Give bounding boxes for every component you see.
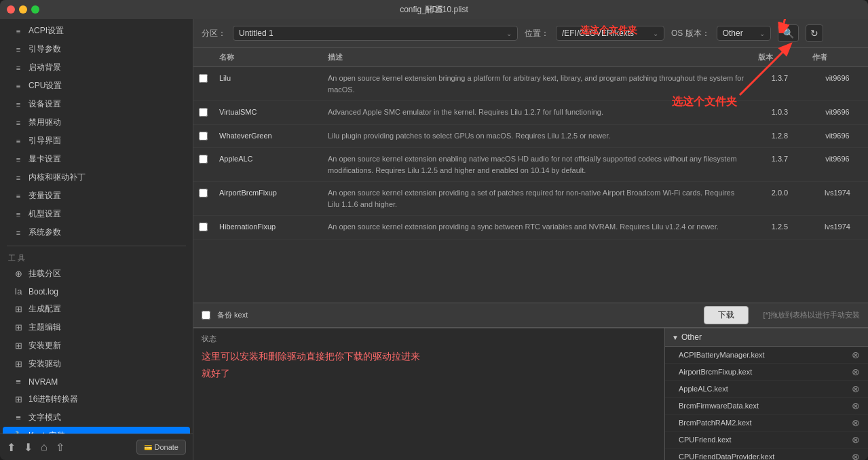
sidebar-item-text-mode[interactable]: ≡ 文字模式 bbox=[3, 408, 190, 427]
share-icon[interactable]: ⇧ bbox=[56, 441, 64, 454]
kext-remove-button[interactable]: ⊗ bbox=[852, 452, 860, 460]
row-checkbox-5[interactable] bbox=[193, 220, 214, 235]
row-name-5: HibernationFixup bbox=[214, 220, 322, 234]
title-bar: 配 置 config_HD510.plist bbox=[0, 0, 868, 19]
sidebar-item-label: 显卡设置 bbox=[29, 153, 61, 165]
row-desc-1: Advanced Apple SMC emulator in the kerne… bbox=[322, 105, 753, 119]
partition-label: 分区： bbox=[202, 28, 226, 39]
sidebar-item-label: 内核和驱动补丁 bbox=[29, 172, 86, 183]
sidebar-item-update[interactable]: ⊞ 安装更新 bbox=[3, 337, 190, 355]
checkbox-lilu[interactable] bbox=[199, 74, 208, 83]
home-icon[interactable]: ⌂ bbox=[41, 441, 48, 453]
backup-checkbox[interactable] bbox=[202, 311, 210, 320]
kext-main-area: 名称 描述 版本 作者 Lilu An open source kernel e… bbox=[193, 48, 868, 460]
row-version-0: 1.3.7 bbox=[753, 71, 807, 85]
smbios-icon: ≡ bbox=[14, 210, 23, 218]
nvram-icon: ≡ bbox=[14, 377, 23, 387]
checkbox-applealc[interactable] bbox=[199, 155, 208, 164]
location-label: 位置： bbox=[525, 28, 549, 39]
bootlog-icon: Ia bbox=[14, 286, 23, 296]
sidebar-item-kernel[interactable]: ≡ 内核和驱动补丁 bbox=[3, 168, 190, 187]
triangle-icon: ▼ bbox=[672, 334, 679, 341]
row-desc-3: An open source kernel extension enabling… bbox=[322, 152, 753, 177]
row-version-1: 1.0.3 bbox=[753, 105, 807, 119]
checkbox-airport[interactable] bbox=[199, 189, 208, 197]
sidebar-item-vars[interactable]: ≡ 变量设置 bbox=[3, 187, 190, 205]
kernel-icon: ≡ bbox=[14, 174, 23, 182]
sidebar-item-gui[interactable]: ≡ 引导界面 bbox=[3, 132, 190, 150]
checkbox-virtualsmc[interactable] bbox=[199, 108, 208, 117]
kext-remove-button[interactable]: ⊗ bbox=[852, 384, 860, 394]
list-item: AppleALC.kext ⊗ bbox=[665, 381, 868, 398]
sidebar-item-bootlog[interactable]: Ia Boot.log bbox=[3, 283, 190, 300]
sidebar-item-devices[interactable]: ≡ 设备设置 bbox=[3, 95, 190, 113]
row-checkbox-4[interactable] bbox=[193, 186, 214, 201]
sidebar-item-system[interactable]: ≡ 系统参数 bbox=[3, 223, 190, 242]
checkbox-hibernation[interactable] bbox=[199, 223, 208, 231]
sidebar: ≡ ACPI设置 ≡ 引导参数 ≡ 启动背景 ≡ CPU设置 bbox=[0, 19, 193, 460]
close-button[interactable] bbox=[7, 5, 15, 14]
sidebar-item-gpu[interactable]: ≡ 显卡设置 bbox=[3, 150, 190, 168]
sidebar-item-label: 变量设置 bbox=[29, 190, 61, 202]
sidebar-item-mount[interactable]: ⊕ 挂载分区 bbox=[3, 265, 190, 283]
sidebar-item-kexts[interactable]: 🔧 Kexts安装 bbox=[3, 427, 190, 434]
update-icon: ⊞ bbox=[14, 341, 23, 351]
sidebar-item-acpi[interactable]: ≡ ACPI设置 bbox=[3, 22, 190, 40]
theme-icon: ⊞ bbox=[14, 322, 23, 332]
sidebar-item-boot-args[interactable]: ≡ 引导参数 bbox=[3, 40, 190, 58]
sidebar-item-label: 启动背景 bbox=[29, 62, 61, 73]
gpu-icon: ≡ bbox=[14, 155, 23, 164]
os-select[interactable]: Other ⌄ bbox=[717, 26, 771, 41]
sidebar-item-cpu[interactable]: ≡ CPU设置 bbox=[3, 77, 190, 95]
row-checkbox-0[interactable] bbox=[193, 71, 214, 86]
header-check bbox=[193, 51, 214, 64]
list-item: ACPIBatteryManager.kext ⊗ bbox=[665, 347, 868, 364]
kext-remove-button[interactable]: ⊗ bbox=[852, 350, 860, 360]
sidebar-item-label: 引导界面 bbox=[29, 135, 61, 147]
row-checkbox-3[interactable] bbox=[193, 152, 214, 167]
row-author-3: vit9696 bbox=[807, 152, 868, 166]
location-select[interactable]: /EFI/CLOVER/kexts ⌄ bbox=[556, 26, 664, 41]
sidebar-item-theme[interactable]: ⊞ 主题编辑 bbox=[3, 318, 190, 337]
row-author-0: vit9696 bbox=[807, 71, 868, 85]
backup-row: 备份 kext 下载 [*]拖放到表格以进行手动安装 bbox=[193, 303, 868, 328]
sidebar-item-hex[interactable]: ⊞ 16进制转换器 bbox=[3, 390, 190, 408]
sidebar-item-boot-bg[interactable]: ≡ 启动背景 bbox=[3, 58, 190, 77]
main-window: 配 置 config_HD510.plist ≡ ACPI设置 ≡ 引导参数 bbox=[0, 0, 868, 460]
sidebar-item-label: 生成配置 bbox=[29, 303, 61, 315]
minimize-button[interactable] bbox=[19, 5, 27, 14]
partition-select[interactable]: Untitled 1 ⌄ bbox=[233, 26, 518, 41]
import-icon[interactable]: ⬆ bbox=[7, 441, 16, 454]
kext-remove-button[interactable]: ⊗ bbox=[852, 367, 860, 377]
kext-remove-button[interactable]: ⊗ bbox=[852, 435, 860, 444]
refresh-button[interactable]: ↻ bbox=[806, 24, 823, 42]
row-name-2: WhateverGreen bbox=[214, 129, 322, 143]
download-button[interactable]: 下载 bbox=[704, 306, 749, 324]
sidebar-item-gen-config[interactable]: ⊞ 生成配置 bbox=[3, 300, 190, 318]
kext-name: BrcmPatchRAM2.kext bbox=[679, 419, 752, 427]
row-checkbox-1[interactable] bbox=[193, 105, 214, 120]
sidebar-item-label: 系统参数 bbox=[29, 227, 61, 238]
checkbox-whatevergreen[interactable] bbox=[199, 132, 208, 140]
donate-label: Donate bbox=[155, 443, 178, 451]
gen-config-icon: ⊞ bbox=[14, 304, 23, 314]
kext-remove-button[interactable]: ⊗ bbox=[852, 401, 860, 410]
sidebar-item-disabled[interactable]: ≡ 禁用驱动 bbox=[3, 113, 190, 132]
kext-remove-button[interactable]: ⊗ bbox=[852, 418, 860, 427]
boot-bg-icon: ≡ bbox=[14, 64, 23, 72]
row-checkbox-2[interactable] bbox=[193, 129, 214, 144]
os-arrow-icon: ⌄ bbox=[759, 30, 765, 37]
maximize-button[interactable] bbox=[31, 5, 39, 14]
kext-name: AppleALC.kext bbox=[679, 385, 728, 393]
sidebar-item-smbios[interactable]: ≡ 机型设置 bbox=[3, 205, 190, 223]
export-icon[interactable]: ⬇ bbox=[24, 441, 33, 454]
sidebar-item-nvram[interactable]: ≡ NVRAM bbox=[3, 373, 190, 390]
kext-name: ACPIBatteryManager.kext bbox=[679, 351, 765, 359]
row-author-2: vit9696 bbox=[807, 129, 868, 143]
donate-button[interactable]: 💳 Donate bbox=[136, 440, 186, 455]
sidebar-item-install-kext[interactable]: ⊞ 安装驱动 bbox=[3, 355, 190, 373]
table-row: Lilu An open source kernel extension bri… bbox=[193, 67, 868, 101]
row-version-2: 1.2.8 bbox=[753, 129, 807, 143]
search-button[interactable]: 🔍 bbox=[778, 24, 799, 42]
traffic-lights bbox=[7, 5, 39, 14]
